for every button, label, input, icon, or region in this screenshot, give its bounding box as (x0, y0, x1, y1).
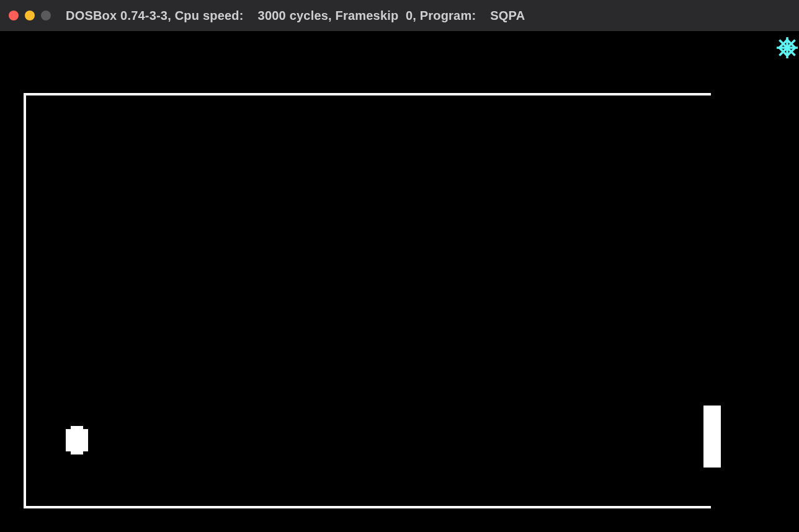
maximize-button[interactable] (41, 11, 51, 20)
snowflake-icon (777, 37, 798, 58)
close-button[interactable] (9, 11, 19, 20)
game-viewport[interactable] (0, 31, 799, 532)
minimize-button[interactable] (25, 11, 35, 20)
window-title: DOSBox 0.74-3-3, Cpu speed: 3000 cycles,… (66, 9, 525, 23)
game-paddle (703, 406, 721, 468)
window-titlebar: DOSBox 0.74-3-3, Cpu speed: 3000 cycles,… (0, 0, 799, 31)
game-arena (24, 93, 711, 508)
traffic-lights (9, 11, 51, 20)
game-ball (66, 429, 88, 451)
